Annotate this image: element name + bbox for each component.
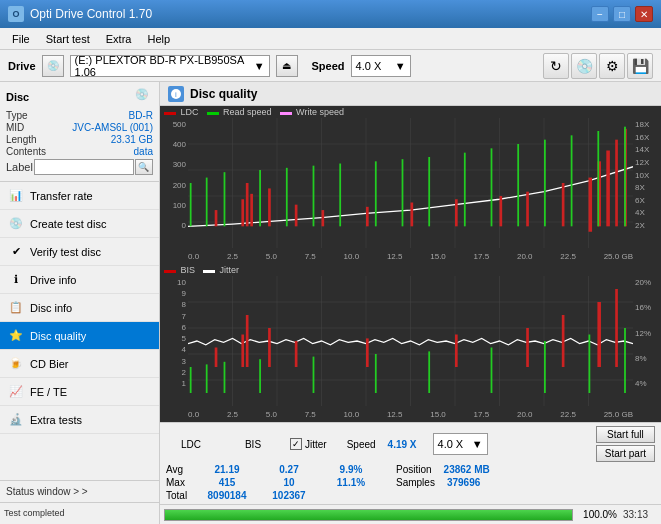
chart2-legend: BIS Jitter (160, 264, 661, 276)
nav-fe-te[interactable]: 📈 FE / TE (0, 378, 159, 406)
speed-dropdown[interactable]: 4.0 X ▼ (433, 433, 488, 455)
svg-rect-16 (241, 199, 244, 226)
refresh-icon[interactable]: ↻ (543, 53, 569, 79)
svg-rect-24 (455, 199, 458, 226)
status-window-label: Status window > > (6, 486, 88, 497)
fe-te-icon: 📈 (8, 384, 24, 400)
samples-value: 379696 (447, 477, 480, 488)
svg-rect-34 (206, 178, 208, 227)
nav-drive-info[interactable]: ℹ Drive info (0, 266, 159, 294)
drive-selector[interactable]: (E:) PLEXTOR BD-R PX-LB950SA 1.06 ▼ (70, 55, 270, 77)
settings-icon[interactable]: ⚙ (599, 53, 625, 79)
svg-rect-76 (224, 362, 226, 393)
stats-row-3: Max 415 10 11.1% Samples 379696 (166, 477, 655, 488)
type-value: BD-R (129, 110, 153, 121)
svg-rect-75 (206, 364, 208, 393)
nav-disc-quality[interactable]: ⭐ Disc quality (0, 322, 159, 350)
avg-label: Avg (166, 464, 190, 475)
drive-icon-button[interactable]: 💿 (42, 55, 64, 77)
nav-cd-bier[interactable]: 🍺 CD Bier (0, 350, 159, 378)
nav-create-test-disc-label: Create test disc (30, 218, 106, 230)
status-bar: Status window > > Test completed (0, 480, 159, 524)
disc-quality-title: Disc quality (190, 87, 257, 101)
svg-rect-18 (250, 194, 253, 227)
sidebar: Disc 💿 Type BD-R MID JVC-AMS6L (001) Len… (0, 82, 160, 524)
drive-select-value: (E:) PLEXTOR BD-R PX-LB950SA 1.06 (75, 54, 254, 78)
speed-label: Speed (312, 60, 345, 72)
toolbar-icons: ↻ 💿 ⚙ 💾 (543, 53, 653, 79)
chart2-svg (188, 276, 633, 406)
mid-label: MID (6, 122, 24, 133)
menu-file[interactable]: File (4, 31, 38, 47)
nav-extra-tests[interactable]: 🔬 Extra tests (0, 406, 159, 434)
svg-rect-73 (615, 289, 618, 367)
svg-rect-81 (491, 348, 493, 394)
svg-rect-44 (491, 148, 493, 226)
legend-jitter: Jitter (203, 265, 239, 275)
speed-selector[interactable]: 4.0 X ▼ (351, 55, 411, 77)
svg-rect-80 (428, 351, 430, 393)
app-title: Opti Drive Control 1.70 (30, 7, 152, 21)
chart1-x-axis: 0.02.55.07.510.012.515.017.520.022.525.0… (160, 248, 661, 264)
nav-fe-te-label: FE / TE (30, 386, 67, 398)
menu-help[interactable]: Help (139, 31, 178, 47)
disc-icon[interactable]: 💿 (571, 53, 597, 79)
minimize-button[interactable]: − (591, 6, 609, 22)
speed-value: 4.0 X (356, 60, 382, 72)
svg-rect-84 (624, 328, 626, 393)
eject-button[interactable]: ⏏ (276, 55, 298, 77)
label-input[interactable] (34, 159, 134, 175)
menu-start-test[interactable]: Start test (38, 31, 98, 47)
svg-rect-67 (295, 341, 298, 367)
svg-rect-17 (246, 183, 249, 226)
legend-bis: BIS (164, 265, 195, 275)
nav-disc-info-label: Disc info (30, 302, 72, 314)
disc-quality-header-icon: i (168, 86, 184, 102)
maximize-button[interactable]: □ (613, 6, 631, 22)
chart2-inner: 10987654321 20%16%12%8%4% (160, 276, 661, 406)
chart2-x-axis: 0.02.55.07.510.012.515.017.520.022.525.0… (160, 406, 661, 422)
time-text: 33:13 (623, 509, 657, 520)
svg-rect-20 (295, 205, 298, 227)
bis-col-label: BIS (228, 439, 278, 450)
save-icon[interactable]: 💾 (627, 53, 653, 79)
speed-dropdown-value: 4.0 X (438, 438, 464, 450)
type-label: Type (6, 110, 28, 121)
svg-rect-69 (455, 335, 458, 368)
svg-rect-27 (562, 183, 565, 226)
nav-transfer-rate[interactable]: 📊 Transfer rate (0, 182, 159, 210)
svg-rect-25 (500, 196, 503, 226)
svg-rect-39 (339, 164, 341, 227)
svg-rect-43 (464, 153, 466, 227)
nav-cd-bier-label: CD Bier (30, 358, 69, 370)
svg-rect-31 (615, 140, 618, 227)
chart1-y-axis-left: 5004003002001000 (160, 118, 188, 232)
drive-bar: Drive 💿 (E:) PLEXTOR BD-R PX-LB950SA 1.0… (0, 50, 661, 82)
stats-row-2: Avg 21.19 0.27 9.9% Position 23862 MB (166, 464, 655, 475)
create-test-disc-icon: 💿 (8, 216, 24, 232)
svg-rect-71 (562, 315, 565, 367)
status-window-toggle[interactable]: Status window > > (0, 481, 159, 503)
svg-rect-42 (428, 157, 430, 226)
total-bis: 102367 (264, 490, 314, 501)
nav-disc-info[interactable]: 📋 Disc info (0, 294, 159, 322)
start-part-button[interactable]: Start part (596, 445, 655, 462)
progress-text: 100.0% (579, 509, 617, 520)
max-ldc: 415 (202, 477, 252, 488)
label-search-button[interactable]: 🔍 (135, 159, 153, 175)
nav-create-test-disc[interactable]: 💿 Create test disc (0, 210, 159, 238)
start-full-button[interactable]: Start full (596, 426, 655, 443)
speed-stat-label: Speed (347, 439, 376, 450)
svg-rect-36 (259, 170, 261, 226)
chart1-y-axis-right: 18X16X14X12X10X8X6X4X2X (633, 118, 661, 232)
svg-rect-46 (544, 140, 546, 227)
close-button[interactable]: ✕ (635, 6, 653, 22)
menu-extra[interactable]: Extra (98, 31, 140, 47)
svg-rect-49 (624, 127, 626, 227)
nav-verify-test-disc[interactable]: ✔ Verify test disc (0, 238, 159, 266)
jitter-checkbox[interactable]: ✓ (290, 438, 302, 450)
chart2-y-axis-left: 10987654321 (160, 276, 188, 390)
chart1-legend: LDC Read speed Write speed (160, 106, 661, 118)
avg-ldc: 21.19 (202, 464, 252, 475)
status-text: Test completed (4, 508, 65, 518)
